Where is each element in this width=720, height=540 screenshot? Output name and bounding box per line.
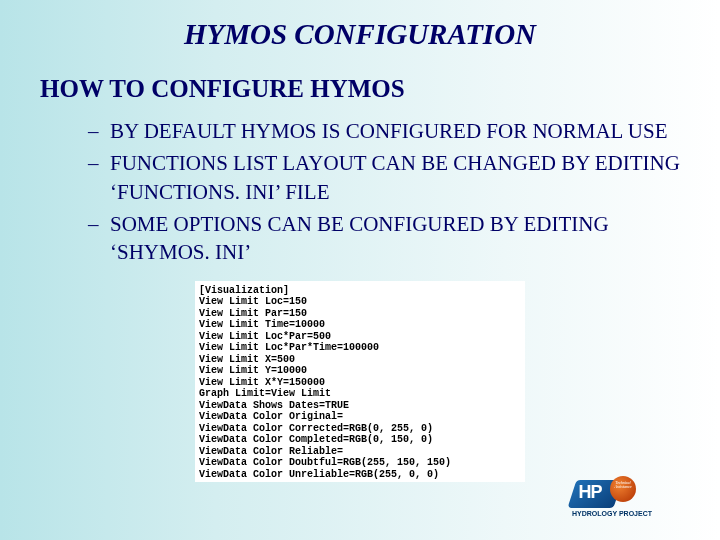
ini-line: View Limit Loc*Par*Time=100000: [199, 342, 521, 354]
ini-line: ViewData Color Doubtful=RGB(255, 150, 15…: [199, 457, 521, 469]
ini-line: ViewData Color Reliable=: [199, 446, 521, 458]
logo-badge-icon: Technical Assistance: [610, 476, 636, 502]
ini-line: ViewData Color Unreliable=RGB(255, 0, 0): [199, 469, 521, 481]
slide-title: HYMOS CONFIGURATION: [40, 18, 680, 51]
list-item: FUNCTIONS LIST LAYOUT CAN BE CHANGED BY …: [88, 149, 680, 206]
ini-line: ViewData Color Original=: [199, 411, 521, 423]
list-item: SOME OPTIONS CAN BE CONFIGURED BY EDITIN…: [88, 210, 680, 267]
ini-line: View Limit Loc=150: [199, 296, 521, 308]
ini-line: View Limit X*Y=150000: [199, 377, 521, 389]
slide: HYMOS CONFIGURATION HOW TO CONFIGURE HYM…: [0, 0, 720, 540]
ini-line: View Limit Par=150: [199, 308, 521, 320]
slide-subtitle: HOW TO CONFIGURE HYMOS: [40, 75, 680, 103]
ini-line: ViewData Shows Dates=TRUE: [199, 400, 521, 412]
ini-line: ViewData Color Completed=RGB(0, 150, 0): [199, 434, 521, 446]
ini-line: View Limit Y=10000: [199, 365, 521, 377]
ini-line: View Limit Time=10000: [199, 319, 521, 331]
ini-line: Graph Limit=View Limit: [199, 388, 521, 400]
ini-line: ViewData Color Corrected=RGB(0, 255, 0): [199, 423, 521, 435]
ini-line: [Visualization]: [199, 285, 521, 297]
bullet-list: BY DEFAULT HYMOS IS CONFIGURED FOR NORMA…: [88, 117, 680, 267]
ini-line: View Limit Loc*Par=500: [199, 331, 521, 343]
logo-caption: HYDROLOGY PROJECT: [572, 510, 652, 517]
ini-line: View Limit X=500: [199, 354, 521, 366]
ini-config-block: [Visualization] View Limit Loc=150 View …: [195, 281, 525, 483]
logo-hp-text: HP: [578, 482, 601, 503]
hydrology-project-logo: HP Technical Assistance HYDROLOGY PROJEC…: [572, 480, 692, 528]
logo-badge-text: Technical Assistance: [610, 481, 636, 489]
list-item: BY DEFAULT HYMOS IS CONFIGURED FOR NORMA…: [88, 117, 680, 145]
